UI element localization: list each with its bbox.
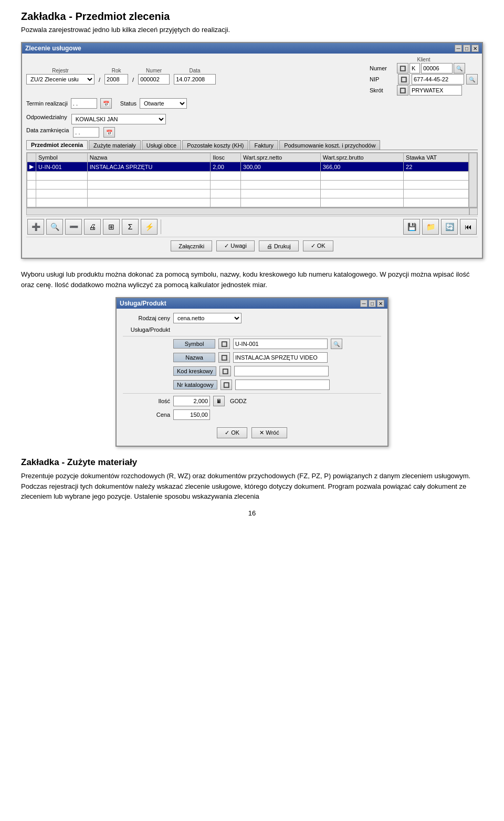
toolbar-save-btn[interactable]: 💾 (403, 219, 420, 235)
dialog2-action-buttons: ✓ OK ✕ Wróć (123, 424, 381, 441)
vertical-scrollbar[interactable] (469, 153, 477, 207)
close-button[interactable]: ✕ (471, 45, 479, 52)
skrot-input[interactable] (410, 85, 462, 96)
kod-kreskowy-icon-btn[interactable]: 🔲 (219, 366, 231, 376)
dialog-title: Zlecenie usługowe (25, 45, 81, 52)
nazwa-input[interactable] (233, 352, 328, 363)
kod-kreskowy-btn[interactable]: Kod kreskowy (173, 366, 216, 376)
rodzaj-ceny-select[interactable]: cena.netto (173, 313, 242, 323)
table-row-empty1 (27, 172, 469, 181)
hscroll-container (26, 208, 478, 215)
tab-zuyte-materialy[interactable]: Zużyte materiały (89, 140, 141, 150)
nip-icon-btn[interactable]: 🔲 (398, 74, 410, 85)
dialog2-wróć-btn[interactable]: ✕ Wróć (251, 427, 287, 438)
minimize-button[interactable]: ─ (455, 45, 462, 52)
symbol-icon-btn[interactable]: 🔲 (218, 339, 230, 349)
titlebar-buttons: ─ □ ✕ (455, 45, 479, 52)
ilosc-calc-btn[interactable]: 🖩 (213, 396, 225, 406)
toolbar-search-btn[interactable]: 🔍 (46, 219, 63, 235)
numer-k-search-btn[interactable]: 🔍 (454, 63, 465, 73)
dialog2-maximize-btn[interactable]: □ (369, 300, 376, 307)
dialog2-titlebar-buttons: ─ □ ✕ (360, 300, 384, 307)
nazwa-btn[interactable]: Nazwa (173, 353, 215, 362)
dialog2-minimize-btn[interactable]: ─ (360, 300, 368, 307)
numer-input[interactable] (138, 74, 170, 85)
toolbar-calc-btn[interactable]: ⚡ (141, 219, 158, 235)
klient-label: Klient (370, 57, 478, 62)
table-row[interactable]: ▶ U-IN-001 INSTALACJA SPRZĘTU 2,00 300,0… (27, 162, 469, 172)
toolbar-remove-btn[interactable]: ➖ (65, 219, 82, 235)
odpowiedzialny-select[interactable]: KOWALSKI JAN (71, 114, 166, 124)
kod-kreskowy-row: Kod kreskowy 🔲 (123, 366, 381, 376)
status-select[interactable]: Otwarte (140, 98, 187, 109)
symbol-input[interactable] (233, 339, 328, 349)
toolbar-first-btn[interactable]: ⏮ (460, 219, 477, 235)
toolbar-refresh-btn[interactable]: 🔄 (441, 219, 458, 235)
header-fields: Rejestr ZU/2 Zlecenie usłu / Rok / Numer (26, 57, 478, 96)
tab-faktury[interactable]: Faktury (249, 140, 278, 150)
ok-btn[interactable]: ✓ OK (303, 240, 333, 251)
dialog2-ok-btn[interactable]: ✓ OK (217, 427, 247, 438)
rok-input[interactable] (104, 74, 128, 85)
col-vat: Stawka VAT (404, 153, 469, 162)
skrot-row: Skrót 🔲 (370, 85, 478, 96)
cell-symbol: U-IN-001 (36, 162, 88, 172)
numer-k-prefix[interactable] (410, 63, 420, 73)
col-nazwa: Nazwa (87, 153, 211, 162)
nip-input[interactable] (412, 74, 464, 85)
cell-vat: 22 (404, 162, 469, 172)
skrot-label: Skrót (370, 87, 396, 93)
data-zamkniecia-label: Data zamknięcia (26, 127, 69, 138)
nip-label: NIP (370, 76, 396, 82)
nazwa-icon-btn[interactable]: 🔲 (218, 352, 230, 363)
data-zamkniecia-input[interactable] (73, 127, 99, 138)
section2-title: Zakładka - Zużyte materiały (21, 457, 483, 468)
toolbar-print-btn[interactable]: 🖨 (84, 219, 101, 235)
nazwa-row: Nazwa 🔲 (123, 352, 381, 363)
zalaczniki-btn[interactable]: Załączniki (171, 240, 212, 251)
col-wart-netto: Wart.sprz.netto (241, 153, 321, 162)
dialog2-content: Rodzaj ceny cena.netto Usługa/Produkt Sy… (117, 309, 387, 446)
action-buttons: Załączniki ✓ Uwagi 🖨 Drukuj ✓ OK (26, 237, 478, 255)
toolbar-folder-btn[interactable]: 📁 (422, 219, 439, 235)
ilosc-input[interactable] (173, 396, 210, 406)
skrot-icon-btn[interactable]: 🔲 (397, 85, 408, 96)
tab-pozostale-koszty[interactable]: Pozostałe koszty (KH) (182, 140, 248, 150)
toolbar-sum-btn[interactable]: Σ (122, 219, 139, 235)
nip-row: NIP 🔲 🔍 (370, 74, 478, 85)
usluga-produkt-row: Usługa/Produkt (123, 327, 381, 333)
termin-label: Termin realizacji (26, 100, 68, 107)
termin-cal-btn[interactable]: 📅 (100, 98, 112, 109)
separator2 (123, 393, 381, 394)
body-text-1: Wyboru usługi lub produktu można dokonać… (21, 269, 483, 290)
drukuj-btn[interactable]: 🖨 Drukuj (259, 240, 299, 251)
data-input[interactable] (174, 74, 216, 85)
numer-k-value[interactable] (421, 63, 453, 73)
tab-podsumowanie[interactable]: Podsumowanie koszt. i przychodów (279, 140, 380, 150)
page-number: 16 (21, 509, 483, 517)
maximize-button[interactable]: □ (463, 45, 470, 52)
tab-przedmiot-zlecenia[interactable]: Przedmiot zlecenia (26, 140, 88, 150)
rejestr-select[interactable]: ZU/2 Zlecenie usłu (26, 74, 94, 85)
kod-kreskowy-input[interactable] (234, 366, 329, 376)
cena-input[interactable] (173, 409, 210, 420)
data-zamkniecia-cal-btn[interactable]: 📅 (103, 127, 115, 138)
nip-search-btn[interactable]: 🔍 (466, 74, 478, 85)
symbol-btn[interactable]: Symbol (173, 339, 215, 349)
horizontal-scrollbar[interactable] (26, 208, 469, 215)
dialog2-close-btn[interactable]: ✕ (377, 300, 384, 307)
rodzaj-ceny-label: Rodzaj ceny (123, 315, 170, 321)
toolbar-grid-btn[interactable]: ⊞ (103, 219, 120, 235)
nr-katalogowy-input[interactable] (235, 380, 330, 390)
termin-input[interactable] (71, 98, 97, 109)
dialog-content: Rejestr ZU/2 Zlecenie usłu / Rok / Numer (22, 54, 482, 258)
nr-katalogowy-btn[interactable]: Nr katalogowy (173, 380, 217, 390)
numer-k-icon-btn[interactable]: 🔲 (397, 63, 408, 73)
uwagi-btn[interactable]: ✓ Uwagi (216, 240, 255, 251)
table-row-empty2 (27, 181, 469, 190)
nr-katalogowy-icon-btn[interactable]: 🔲 (220, 380, 232, 390)
toolbar-add-btn[interactable]: ➕ (27, 219, 44, 235)
rok-group: Rok (104, 68, 128, 85)
tab-uslugi-obce[interactable]: Usługi obce (142, 140, 181, 150)
symbol-search-btn[interactable]: 🔍 (331, 339, 342, 349)
